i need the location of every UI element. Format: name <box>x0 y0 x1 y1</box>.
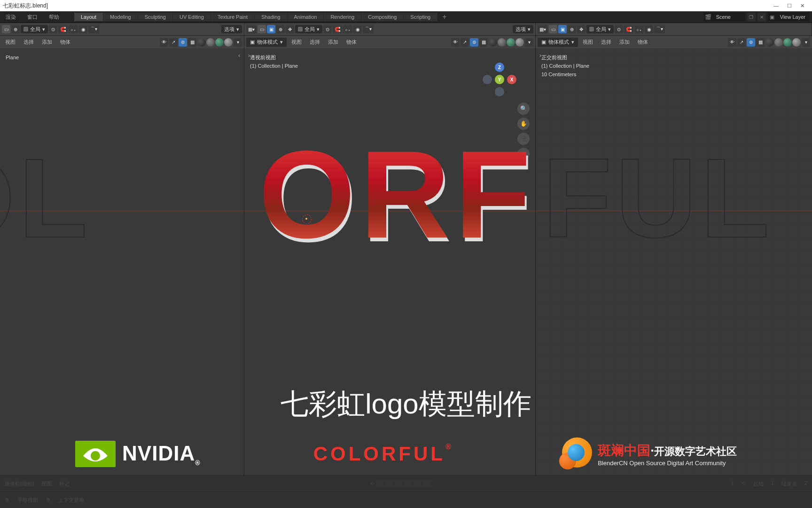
vp3-menu-view[interactable]: 视图 <box>579 39 596 46</box>
vp1-shading-dropdown[interactable]: ▾ <box>234 38 242 47</box>
vp3-menu-object[interactable]: 物体 <box>634 39 651 46</box>
vp1-menu-view[interactable]: 视图 <box>2 39 19 46</box>
vp1-menu-object[interactable]: 物体 <box>57 39 74 46</box>
vp3-gizmo-toggle[interactable]: ↗ <box>737 38 746 47</box>
vp3-menu-add[interactable]: 添加 <box>616 39 633 46</box>
vp1-visibility[interactable]: 👁 <box>160 38 168 47</box>
menu-render[interactable]: 渲染 <box>0 14 22 21</box>
vp2-shading-material[interactable] <box>507 38 515 47</box>
vp3-xray-toggle[interactable]: ▦ <box>756 38 765 47</box>
viewport-center[interactable]: ▣物体模式▾ 视图 选择 添加 物体 👁 ↗ ⊚ ▦ ▾ <box>244 36 536 476</box>
cursor-tool-right[interactable]: ⊕ <box>568 25 576 33</box>
active-tool-mid[interactable]: ▣ <box>267 25 275 33</box>
snap-toggle-right[interactable]: 🧲 <box>624 25 633 33</box>
options-dropdown[interactable]: 选项▾ <box>221 25 242 33</box>
gizmo-x-axis[interactable]: X <box>507 75 516 84</box>
active-tool-right[interactable]: ▣ <box>558 25 567 33</box>
play-reverse-button[interactable] <box>395 480 402 487</box>
vp1-menu-add[interactable]: 添加 <box>39 39 55 46</box>
add-workspace-button[interactable]: + <box>437 13 451 21</box>
gizmo-neg-x[interactable] <box>483 75 492 84</box>
move-tool-mid[interactable]: ✥ <box>286 25 294 33</box>
tab-modeling[interactable]: Modeling <box>103 13 138 21</box>
vp3-menu-select[interactable]: 选择 <box>598 39 615 46</box>
vp1-overlay-toggle[interactable]: ⊚ <box>179 38 187 47</box>
cursor-tool-mid[interactable]: ⊕ <box>276 25 285 33</box>
proportional-toggle[interactable]: ◉ <box>79 25 87 33</box>
vp3-visibility[interactable]: 👁 <box>728 38 736 47</box>
viewport-left[interactable]: 视图 选择 添加 物体 👁 ↗ ⊚ ▦ ▾ Plane <box>0 36 244 476</box>
scene-delete-button[interactable]: ✕ <box>757 13 766 21</box>
vp3-collapse-left[interactable]: › <box>539 52 541 59</box>
navigation-gizmo[interactable]: Z Y X <box>483 63 516 96</box>
vp1-shading-wireframe[interactable] <box>197 38 206 47</box>
vp3-shading-wireframe[interactable] <box>765 38 774 47</box>
proportional-toggle-right[interactable]: ◉ <box>645 25 653 33</box>
select-tool-button[interactable]: ▭ <box>2 25 10 33</box>
tab-compositing[interactable]: Compositing <box>361 13 404 21</box>
tab-sculpting[interactable]: Sculpting <box>138 13 173 21</box>
vp2-menu-object[interactable]: 物体 <box>343 39 360 46</box>
editor-type-button-right[interactable]: ▦▾ <box>538 25 548 33</box>
vp2-mode-dropdown[interactable]: ▣物体模式▾ <box>246 38 287 47</box>
snap-toggle-mid[interactable]: 🧲 <box>333 25 342 33</box>
vp1-shading-material[interactable] <box>215 38 224 47</box>
options-dropdown-mid[interactable]: 选项▾ <box>513 25 533 33</box>
vp2-visibility[interactable]: 👁 <box>451 38 460 47</box>
vp1-gizmo-toggle[interactable]: ↗ <box>169 38 178 47</box>
tab-scripting[interactable]: Scripting <box>404 13 437 21</box>
proportional-type-right[interactable]: ⌒▾ <box>654 25 665 33</box>
tab-animation[interactable]: Animation <box>288 13 324 21</box>
timeline-marker[interactable]: 标记 <box>59 480 70 487</box>
timeline-mode[interactable]: 摄像机(随机) <box>5 480 34 487</box>
orientation-dropdown-mid[interactable]: 全局▾ <box>295 25 322 33</box>
perspective-toggle-button[interactable]: ▦ <box>517 148 530 160</box>
vp2-overlay-toggle[interactable]: ⊚ <box>470 38 478 47</box>
pivot-button-right[interactable]: ⊙ <box>615 25 623 33</box>
gizmo-y-axis[interactable]: Y <box>495 75 504 84</box>
frame-end-value[interactable]: 2 <box>804 480 807 487</box>
tab-layout[interactable]: Layout <box>74 13 103 21</box>
play-button[interactable] <box>404 480 412 487</box>
maximize-button[interactable]: ☐ <box>787 3 792 9</box>
vp3-shading-rendered[interactable] <box>792 38 801 47</box>
vp3-mode-dropdown[interactable]: ▣物体模式▾ <box>538 38 578 47</box>
tab-shading[interactable]: Shading <box>255 13 287 21</box>
scene-selector[interactable]: 🎬 Scene <box>704 13 745 21</box>
vp2-gizmo-toggle[interactable]: ↗ <box>461 38 469 47</box>
menu-help[interactable]: 帮助 <box>43 14 65 21</box>
pivot-button-mid[interactable]: ⊙ <box>323 25 332 33</box>
viewport-right-canvas[interactable]: 正交前视图 (1) Collection | Plane 10 Centimet… <box>536 48 812 476</box>
next-key-button[interactable] <box>414 480 421 487</box>
vp2-collapse-left[interactable]: › <box>248 52 250 59</box>
snap-type-mid[interactable]: ⬦▾ <box>343 25 352 33</box>
tab-rendering[interactable]: Rendering <box>324 13 361 21</box>
scene-copy-button[interactable]: ❐ <box>747 13 756 21</box>
minimize-button[interactable]: — <box>773 3 779 8</box>
viewport-left-canvas[interactable]: Plane ‹ OL <box>0 48 244 476</box>
snap-type-right[interactable]: ⬦▾ <box>634 25 644 33</box>
zoom-button[interactable]: 🔍 <box>517 103 530 115</box>
viewport-right[interactable]: ▣物体模式▾ 视图 选择 添加 物体 👁 ↗ ⊚ ▦ ▾ <box>536 36 812 476</box>
prev-key-button[interactable] <box>385 480 393 487</box>
snap-type[interactable]: ⬦▾ <box>69 25 78 33</box>
vp1-shading-solid[interactable] <box>206 38 215 47</box>
select-tool-button-right[interactable]: ▭ <box>549 25 557 33</box>
jump-start-button[interactable] <box>376 480 383 487</box>
vp3-shading-material[interactable] <box>783 38 792 47</box>
pivot-button[interactable]: ⊙ <box>49 25 57 33</box>
proportional-type-mid[interactable]: ⌒▾ <box>363 25 374 33</box>
gizmo-z-axis[interactable]: Z <box>495 63 504 72</box>
vp3-shading-dropdown[interactable]: ▾ <box>802 38 810 47</box>
vp2-menu-add[interactable]: 添加 <box>325 39 342 46</box>
viewport-center-canvas[interactable]: 透视前视图 (1) Collection | Plane › Z Y X 🔍 ✋… <box>244 48 535 476</box>
gizmo-neg-z[interactable] <box>495 87 504 96</box>
select-tool-button-mid[interactable]: ▭ <box>258 25 266 33</box>
vp2-shading-rendered[interactable] <box>515 38 524 47</box>
jump-end-button[interactable] <box>423 480 430 487</box>
orientation-dropdown-right[interactable]: 全局▾ <box>586 25 614 33</box>
snap-toggle[interactable]: 🧲 <box>58 25 68 33</box>
vp3-shading-solid[interactable] <box>774 38 783 47</box>
vp2-shading-solid[interactable] <box>498 38 506 47</box>
proportional-toggle-mid[interactable]: ◉ <box>353 25 362 33</box>
